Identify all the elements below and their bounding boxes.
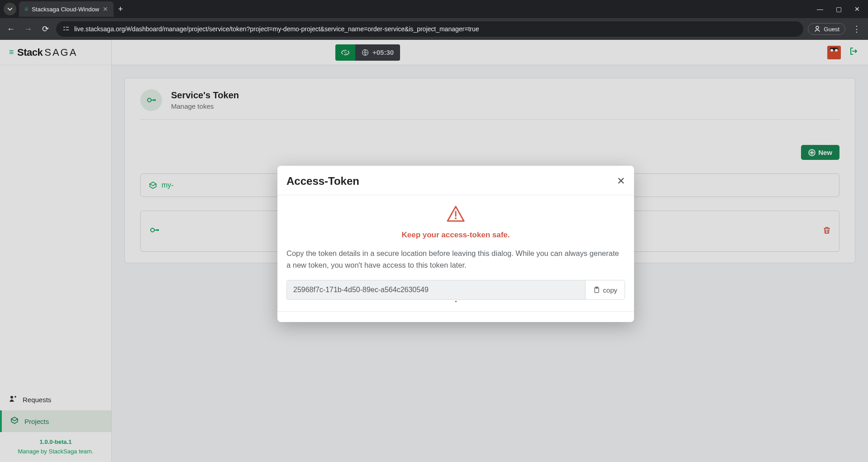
chevron-down-icon (7, 6, 13, 12)
token-value[interactable]: 25968f7c-171b-4d50-89ec-a564c2630549 (286, 280, 585, 300)
svg-rect-0 (63, 27, 65, 28)
reload-button[interactable]: ⟳ (39, 24, 52, 34)
dot-indicator (455, 301, 457, 302)
close-window-button[interactable]: ✕ (854, 5, 860, 13)
minimize-button[interactable]: — (817, 5, 823, 13)
maximize-button[interactable]: ▢ (836, 5, 842, 13)
warning-icon (286, 205, 625, 224)
copy-label: copy (603, 286, 617, 294)
svg-rect-3 (66, 29, 69, 30)
tab-title: Stacksaga Cloud-Window (32, 6, 99, 13)
person-icon (814, 25, 821, 33)
modal-title: Access-Token (286, 175, 359, 188)
url-text: live.stacksaga.org/#/dashboard/manage/pr… (74, 25, 479, 33)
profile-label: Guest (824, 26, 839, 33)
tab-close-button[interactable]: ✕ (103, 5, 108, 13)
address-bar[interactable]: live.stacksaga.org/#/dashboard/manage/pr… (56, 21, 803, 37)
forward-button[interactable]: → (22, 24, 34, 34)
profile-button[interactable]: Guest (808, 23, 845, 35)
favicon-icon: ≡ (24, 5, 28, 13)
window-controls: — ▢ ✕ (817, 5, 864, 13)
access-token-modal: Access-Token ✕ Keep your access-token sa… (277, 166, 634, 322)
browser-tab-strip: ≡ Stacksaga Cloud-Window ✕ + — ▢ ✕ (0, 0, 868, 18)
svg-rect-2 (66, 27, 69, 28)
browser-toolbar: ← → ⟳ live.stacksaga.org/#/dashboard/man… (0, 18, 868, 40)
new-tab-button[interactable]: + (118, 5, 123, 14)
clipboard-icon (593, 286, 600, 294)
svg-point-15 (455, 217, 457, 219)
modal-close-button[interactable]: ✕ (617, 175, 625, 187)
tab-search-button[interactable] (4, 3, 16, 15)
browser-menu-button[interactable]: ⋮ (850, 24, 863, 34)
svg-rect-1 (63, 29, 65, 30)
browser-tab[interactable]: ≡ Stacksaga Cloud-Window ✕ (19, 1, 114, 17)
copy-button[interactable]: copy (585, 280, 625, 300)
back-button[interactable]: ← (5, 24, 17, 34)
site-settings-icon[interactable] (62, 25, 70, 34)
modal-info: Copy the token details in a secure locat… (286, 248, 625, 271)
app-root: ≡ StackSAGA Requests Projects 1.0.0-beta… (0, 40, 868, 462)
modal-warning: Keep your access-token safe. (286, 231, 625, 240)
svg-point-4 (816, 26, 819, 29)
